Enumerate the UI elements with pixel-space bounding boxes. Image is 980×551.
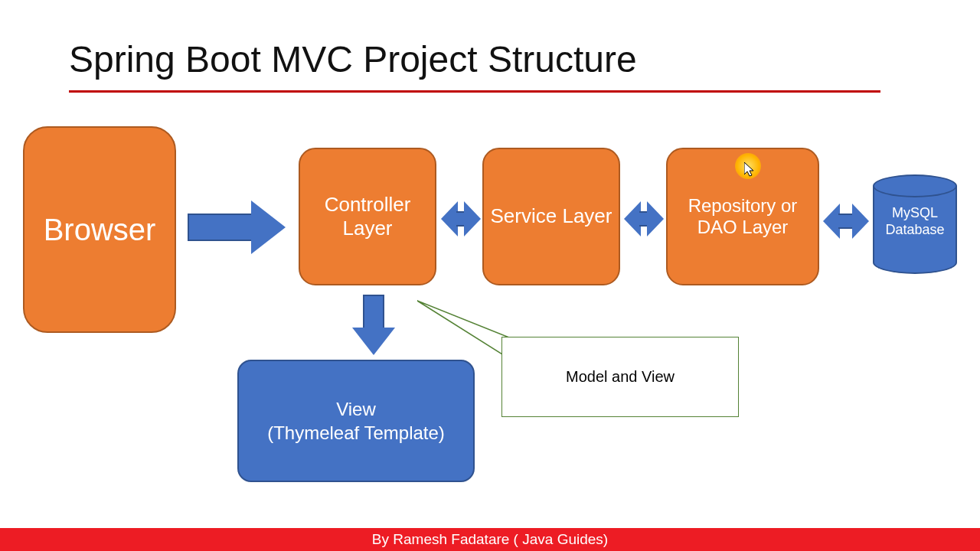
callout-label: Model and View xyxy=(566,368,675,386)
double-arrow-icon xyxy=(823,204,869,239)
arrow-down-icon xyxy=(352,295,395,356)
mouse-cursor-icon xyxy=(744,162,756,178)
view-box: View (Thymeleaf Template) xyxy=(237,360,475,482)
repository-label: Repository or DAO Layer xyxy=(668,195,818,237)
service-box: Service Layer xyxy=(482,148,620,285)
controller-label: Controller Layer xyxy=(300,193,435,240)
service-label: Service Layer xyxy=(485,204,619,228)
svg-marker-1 xyxy=(744,162,753,176)
double-arrow-icon xyxy=(624,201,664,236)
database-cylinder: MySQL Database xyxy=(873,174,957,274)
slide-canvas: Spring Boot MVC Project Structure Browse… xyxy=(0,0,980,551)
double-arrow-icon xyxy=(441,201,481,236)
title-underline xyxy=(69,90,880,93)
footer-bar: By Ramesh Fadatare ( Java Guides) xyxy=(0,528,980,551)
view-label: View (Thymeleaf Template) xyxy=(261,397,451,445)
browser-box: Browser xyxy=(23,126,176,333)
controller-box: Controller Layer xyxy=(299,148,436,285)
footer-text: By Ramesh Fadatare ( Java Guides) xyxy=(372,531,608,548)
database-label: MySQL Database xyxy=(873,205,957,238)
slide-title: Spring Boot MVC Project Structure xyxy=(69,38,637,80)
arrow-right-icon xyxy=(188,201,287,254)
callout-box: Model and View xyxy=(501,337,739,417)
browser-label: Browser xyxy=(44,213,156,247)
